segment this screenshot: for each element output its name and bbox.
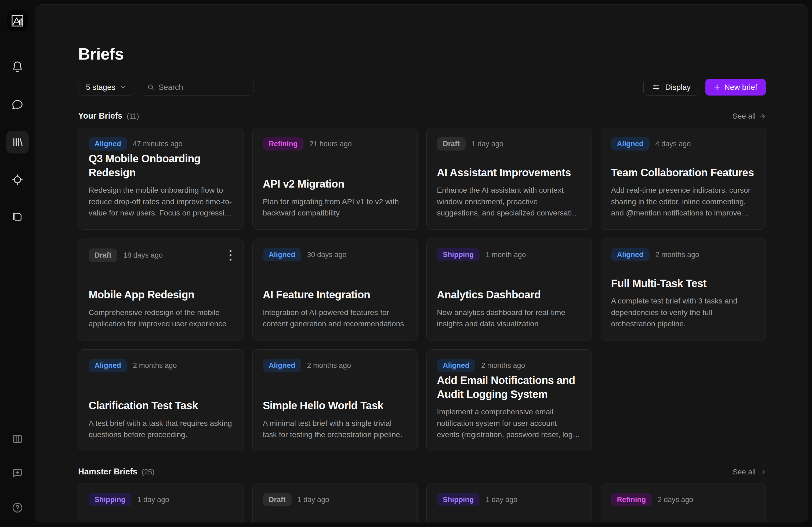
card-description: New analytics dashboard for real-time in… [437, 307, 581, 330]
brief-card[interactable]: Aligned2 months agoFull Multi-Task TestA… [601, 239, 766, 341]
new-brief-button[interactable]: + New brief [706, 79, 766, 95]
status-badge: Draft [89, 249, 117, 262]
display-button[interactable]: Display [643, 79, 699, 95]
card-header: Shipping1 month ago [437, 248, 581, 261]
card-timestamp: 30 days ago [307, 251, 347, 259]
help-button[interactable] [6, 496, 29, 519]
card-header: Aligned4 days ago [611, 137, 756, 151]
copy-documents-icon [11, 211, 24, 224]
brief-card[interactable]: Aligned2 months agoSimple Hello World Ta… [252, 349, 418, 451]
card-body: Q3 Mobile Onboarding RedesignRedesign th… [89, 152, 233, 219]
brief-card[interactable]: Aligned47 minutes agoQ3 Mobile Onboardin… [78, 128, 244, 230]
card-description: Plan for migrating from API v1 to v2 wit… [263, 196, 407, 219]
card-timestamp: 2 months ago [307, 361, 351, 370]
card-header: Aligned2 months ago [611, 248, 756, 261]
brief-card[interactable]: Aligned4 days agoTeam Collaboration Feat… [601, 128, 766, 230]
card-timestamp: 2 months ago [655, 251, 699, 259]
status-badge: Aligned [89, 137, 127, 151]
card-timestamp: 4 days ago [655, 140, 691, 148]
new-brief-label: New brief [724, 83, 757, 92]
card-title: AI Assistant Improvements [437, 166, 581, 180]
card-description: Add real-time presence indicators, curso… [611, 184, 756, 219]
status-badge: Shipping [437, 248, 480, 261]
see-all-label: See all [733, 112, 756, 120]
chevron-down-icon [120, 84, 126, 90]
brief-sections: Your Briefs(11)See allAligned47 minutes … [78, 111, 766, 523]
goals-button[interactable] [6, 168, 29, 191]
plus-icon: + [714, 82, 720, 92]
stage-filter-dropdown[interactable]: 5 stages [78, 79, 134, 95]
briefs-library-button[interactable] [6, 131, 29, 153]
card-title: AI Feature Integration [263, 288, 407, 302]
card-timestamp: 47 minutes ago [133, 140, 183, 148]
see-all-label: See all [733, 468, 756, 476]
card-header: Shipping1 day ago [437, 493, 581, 506]
brief-card[interactable]: Draft18 days agoMobile App RedesignCompr… [78, 239, 244, 341]
brief-card[interactable]: Shipping1 day ago [78, 483, 244, 523]
see-all-link[interactable]: See all [733, 468, 766, 476]
card-header: Refining21 hours ago [263, 137, 407, 151]
see-all-link[interactable]: See all [733, 112, 766, 120]
card-header: Draft1 day ago [263, 493, 407, 506]
card-body: Team Collaboration FeaturesAdd real-time… [611, 166, 756, 219]
card-body: Analytics DashboardNew analytics dashboa… [437, 288, 581, 330]
card-title: Mobile App Redesign [89, 288, 233, 302]
card-description: Implement a comprehensive email notifica… [437, 406, 581, 440]
search-icon [147, 83, 155, 91]
toolbar: 5 stages [78, 79, 766, 95]
card-header: Aligned2 months ago [437, 359, 581, 372]
card-menu-button[interactable] [228, 248, 233, 263]
page-title: Briefs [78, 44, 766, 63]
chat-bubble-icon [11, 99, 24, 111]
brief-card[interactable]: Refining21 hours agoAPI v2 MigrationPlan… [252, 128, 418, 230]
brief-card[interactable]: Shipping1 day ago [426, 483, 592, 523]
search-input[interactable] [158, 83, 247, 92]
card-body: Mobile App RedesignComprehensive redesig… [89, 288, 233, 330]
card-description: Enhance the AI assistant with context wi… [437, 184, 581, 219]
brief-card[interactable]: Shipping1 month agoAnalytics DashboardNe… [426, 239, 592, 341]
card-body: AI Feature IntegrationIntegration of AI-… [263, 288, 407, 330]
status-badge: Shipping [437, 493, 480, 506]
card-body: AI Assistant ImprovementsEnhance the AI … [437, 166, 581, 219]
status-badge: Draft [437, 137, 466, 151]
stage-filter-label: 5 stages [86, 83, 115, 92]
brief-card[interactable]: Draft1 day agoAI Assistant ImprovementsE… [426, 128, 592, 230]
feedback-button[interactable] [6, 462, 29, 485]
card-body: Add Email Notifications and Audit Loggin… [437, 374, 581, 440]
status-badge: Draft [263, 493, 292, 506]
card-timestamp: 1 day ago [472, 140, 504, 148]
goal-target-icon [11, 174, 24, 186]
card-header: Draft1 day ago [437, 137, 581, 151]
card-title: Clarification Test Task [89, 399, 233, 412]
brief-card[interactable]: Refining2 days ago [601, 483, 766, 523]
status-badge: Aligned [263, 248, 301, 261]
chat-button[interactable] [6, 93, 29, 116]
card-timestamp: 1 month ago [485, 251, 526, 259]
board-view-button[interactable] [6, 428, 29, 450]
display-sliders-icon [652, 83, 660, 91]
card-title: Add Email Notifications and Audit Loggin… [437, 374, 581, 401]
card-description: Integration of AI-powered features for c… [263, 307, 407, 330]
card-timestamp: 21 hours ago [309, 140, 352, 148]
notifications-button[interactable] [6, 56, 29, 78]
card-description: A test brief with a task that requires a… [89, 418, 233, 441]
card-description: A minimal test brief with a single trivi… [263, 418, 407, 441]
app-logo[interactable] [7, 10, 28, 31]
card-header: Shipping1 day ago [89, 493, 233, 506]
templates-button[interactable] [6, 206, 29, 229]
status-badge: Aligned [437, 359, 475, 372]
cards-grid: Aligned47 minutes agoQ3 Mobile Onboardin… [78, 128, 766, 451]
help-circle-icon [12, 502, 23, 514]
search-box [141, 79, 254, 95]
section-count: (11) [127, 112, 139, 120]
card-header: Aligned30 days ago [263, 248, 407, 261]
content: Briefs 5 stages [35, 4, 808, 523]
brief-card[interactable]: Aligned2 months agoAdd Email Notificatio… [426, 349, 592, 451]
card-timestamp: 1 day ago [485, 496, 518, 504]
status-badge: Refining [263, 137, 304, 151]
brief-card[interactable]: Draft1 day ago [252, 483, 418, 523]
card-header: Draft18 days ago [89, 248, 233, 263]
status-badge: Refining [611, 493, 652, 506]
brief-card[interactable]: Aligned30 days agoAI Feature Integration… [252, 239, 418, 341]
brief-card[interactable]: Aligned2 months agoClarification Test Ta… [78, 349, 244, 451]
